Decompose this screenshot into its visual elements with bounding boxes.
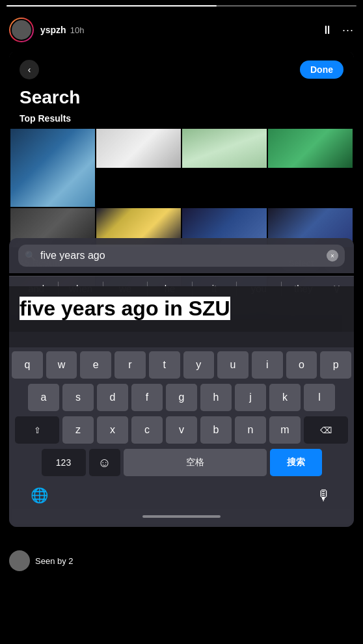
key-a[interactable]: a	[28, 384, 59, 411]
search-bar-wrap: 🔍 five years ago ×	[18, 245, 345, 267]
photo-item[interactable]	[10, 129, 95, 207]
photo-item[interactable]	[96, 129, 181, 168]
key-k[interactable]: k	[269, 384, 301, 411]
globe-key[interactable]: 🌐	[27, 484, 51, 507]
key-g[interactable]: g	[166, 384, 197, 411]
story-user-info: yspzh 10h	[40, 25, 321, 35]
home-indicator	[12, 509, 351, 524]
key-l[interactable]: l	[304, 384, 335, 411]
username: yspzh	[40, 25, 66, 35]
keyboard-row-2: a s d f g h j k l	[12, 384, 351, 411]
key-i[interactable]: i	[252, 351, 283, 379]
avatar[interactable]	[9, 18, 34, 42]
story-actions: ⏸ ···	[321, 23, 354, 37]
action-key[interactable]: 搜索	[270, 449, 322, 476]
key-o[interactable]: o	[286, 351, 317, 379]
story-progress-bar	[7, 5, 356, 7]
key-v[interactable]: v	[166, 416, 197, 444]
viewer-avatar	[9, 550, 30, 571]
key-w[interactable]: w	[46, 351, 77, 379]
key-p[interactable]: p	[320, 351, 351, 379]
top-results-label: Top Results	[9, 111, 354, 129]
photo-item[interactable]	[268, 129, 353, 168]
seen-text: Seen by 2	[35, 556, 74, 566]
story-footer: Seen by 2	[0, 540, 363, 644]
search-input[interactable]: five years ago	[18, 245, 345, 267]
done-button[interactable]: Done	[300, 60, 343, 79]
home-bar	[142, 515, 221, 518]
emoji-key[interactable]: ☺	[89, 449, 120, 476]
story-header: yspzh 10h ⏸ ···	[0, 0, 363, 52]
key-u[interactable]: u	[217, 351, 249, 379]
key-t[interactable]: t	[149, 351, 180, 379]
key-n[interactable]: n	[235, 416, 266, 444]
more-icon[interactable]: ···	[342, 23, 354, 37]
suggestion-banner: five years ago in SZU	[9, 286, 354, 332]
search-title: Search	[9, 85, 354, 111]
pause-icon[interactable]: ⏸	[321, 23, 333, 37]
key-r[interactable]: r	[114, 351, 146, 379]
key-e[interactable]: e	[80, 351, 111, 379]
key-z[interactable]: z	[62, 416, 94, 444]
key-q[interactable]: q	[12, 351, 43, 379]
clear-button[interactable]: ×	[327, 250, 338, 262]
key-x[interactable]: x	[97, 416, 128, 444]
key-s[interactable]: s	[62, 384, 94, 411]
viewer-info[interactable]: Seen by 2	[9, 550, 74, 571]
delete-key[interactable]: ⌫	[304, 416, 348, 444]
key-y[interactable]: y	[183, 351, 215, 379]
time-ago: 10h	[70, 25, 85, 35]
keyboard-row-1: q w e r t y u i o p	[12, 351, 351, 379]
search-bar-container: 🔍 five years ago ×	[9, 238, 354, 273]
search-nav: ‹ Done	[9, 51, 354, 85]
key-m[interactable]: m	[269, 416, 301, 444]
key-c[interactable]: c	[131, 416, 163, 444]
space-key[interactable]: 空格	[124, 449, 267, 476]
num-key[interactable]: 123	[42, 449, 86, 476]
shift-key[interactable]: ⇧	[15, 416, 59, 444]
keyboard-row-3: ⇧ z x c v b n m ⌫	[12, 416, 351, 444]
keyboard-bottom-row: 🌐 🎙	[12, 481, 351, 509]
photo-item[interactable]	[182, 129, 267, 168]
suggestion-text[interactable]: five years ago in SZU	[20, 297, 230, 320]
top-photo-grid	[9, 129, 354, 247]
key-f[interactable]: f	[131, 384, 163, 411]
key-j[interactable]: j	[235, 384, 266, 411]
search-input-value: five years ago	[40, 250, 105, 261]
story-progress-fill	[7, 5, 217, 7]
keyboard-row-4: 123 ☺ 空格 搜索	[12, 449, 351, 476]
key-b[interactable]: b	[200, 416, 232, 444]
avatar-inner	[10, 19, 33, 41]
keyboard: q w e r t y u i o p a s d f g h j k	[9, 347, 354, 527]
search-screen: ‹ Done Search Top Results 45 Results Sel…	[9, 51, 354, 527]
mic-key[interactable]: 🎙	[312, 484, 336, 507]
key-d[interactable]: d	[97, 384, 128, 411]
key-h[interactable]: h	[200, 384, 232, 411]
back-icon: ‹	[28, 64, 31, 75]
phone-screen: ‹ Done Search Top Results 45 Results Sel…	[9, 51, 354, 527]
back-button[interactable]: ‹	[20, 60, 39, 79]
